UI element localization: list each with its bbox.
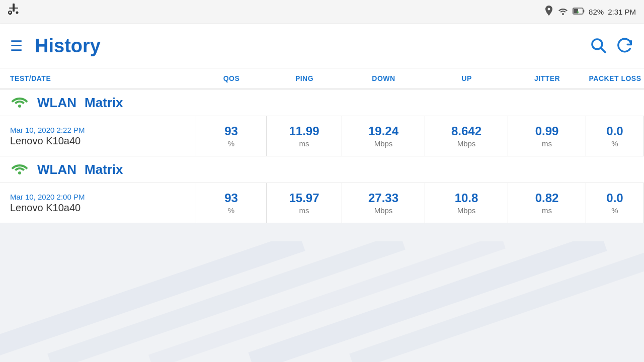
section-row-2: WLAN Matrix	[0, 156, 644, 183]
row-2-ping: 15.97 ms	[267, 183, 342, 223]
section-network-type-1: WLAN	[37, 95, 76, 111]
battery-icon	[573, 7, 585, 17]
wifi-status-icon	[557, 7, 569, 17]
app-bar: ☰ History	[0, 24, 644, 68]
row-1-up: 8.642 Mbps	[425, 116, 508, 156]
svg-rect-1	[9, 8, 18, 9]
svg-line-15	[151, 241, 503, 362]
search-button[interactable]	[590, 37, 607, 56]
col-header-jitter: JITTER	[508, 74, 586, 82]
usb-icon	[8, 4, 19, 20]
time-display: 2:31 PM	[608, 8, 636, 16]
svg-line-17	[352, 241, 644, 362]
row-2-packet-loss: 0.0 %	[586, 183, 644, 223]
row-1-packet-loss: 0.0 %	[586, 116, 644, 156]
section-network-name-2: Matrix	[85, 162, 123, 177]
wlan-icon-1	[10, 95, 29, 111]
svg-rect-7	[583, 10, 585, 13]
row-2-date: Mar 10, 2020 2:00 PM	[10, 193, 186, 201]
wlan-icon-2	[10, 161, 29, 177]
location-icon	[544, 6, 553, 18]
row-2-device: Lenovo K10a40	[10, 202, 186, 214]
svg-point-11	[18, 105, 21, 108]
row-1-qos: 93 %	[196, 116, 267, 156]
row-1-down: 19.24 Mbps	[342, 116, 425, 156]
battery-percentage: 82%	[589, 8, 604, 16]
col-header-down: DOWN	[342, 74, 425, 82]
table-row-2[interactable]: Mar 10, 2020 2:00 PM Lenovo K10a40 93 % …	[0, 183, 644, 223]
svg-line-10	[601, 48, 606, 52]
row-2-qos: 93 %	[196, 183, 267, 223]
section-network-name-1: Matrix	[85, 95, 123, 111]
svg-rect-4	[10, 13, 11, 15]
status-left	[8, 4, 19, 20]
row-2-down: 27.33 Mbps	[342, 183, 425, 223]
section-row-1: WLAN Matrix	[0, 89, 644, 116]
row-1-info: Mar 10, 2020 2:22 PM Lenovo K10a40	[0, 116, 196, 156]
svg-line-13	[0, 241, 302, 362]
col-header-qos: QOS	[196, 74, 267, 82]
svg-line-16	[252, 241, 604, 362]
row-1-jitter: 0.99 ms	[508, 116, 586, 156]
row-2-jitter: 0.82 ms	[508, 183, 586, 223]
row-1-date: Mar 10, 2020 2:22 PM	[10, 126, 186, 134]
page-title: History	[35, 35, 590, 57]
section-network-type-2: WLAN	[37, 162, 76, 177]
menu-button[interactable]: ☰	[10, 38, 23, 54]
status-bar: 82% 2:31 PM	[0, 0, 644, 24]
row-1-ping: 11.99 ms	[267, 116, 342, 156]
col-header-packet-loss: PACKET LOSS	[586, 74, 644, 82]
col-header-ping: PING	[267, 74, 342, 82]
row-2-info: Mar 10, 2020 2:00 PM Lenovo K10a40	[0, 183, 196, 223]
col-header-up: UP	[425, 74, 508, 82]
svg-point-3	[16, 12, 19, 14]
status-right: 82% 2:31 PM	[544, 6, 636, 18]
background-decoration	[0, 241, 644, 362]
svg-line-14	[50, 241, 403, 362]
row-2-up: 10.8 Mbps	[425, 183, 508, 223]
refresh-button[interactable]	[617, 37, 634, 56]
col-header-test: TEST/DATE	[0, 74, 196, 82]
svg-point-5	[562, 13, 564, 15]
svg-point-12	[18, 171, 21, 174]
row-1-device: Lenovo K10a40	[10, 135, 186, 147]
table-row-1[interactable]: Mar 10, 2020 2:22 PM Lenovo K10a40 93 % …	[0, 116, 644, 156]
column-headers: TEST/DATE QOS PING DOWN UP JITTER PACKET…	[0, 68, 644, 89]
app-bar-actions	[590, 37, 634, 56]
